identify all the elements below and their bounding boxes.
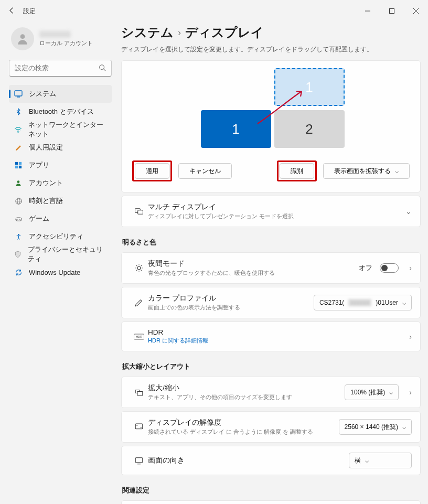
shield-icon	[14, 250, 22, 259]
wifi-icon	[14, 125, 22, 134]
game-icon	[14, 215, 23, 223]
row-title: カラー プロファイル	[148, 294, 314, 303]
section-scale: 拡大縮小とレイアウト	[122, 362, 420, 371]
sidebar-item-windows-update[interactable]: Windows Update	[9, 263, 112, 281]
svg-rect-10	[15, 166, 18, 168]
sidebar-item-apps[interactable]: アプリ	[9, 156, 112, 174]
multi-display-row[interactable]: マルチ ディスプレイ ディスプレイに対してプレゼンテーション モードを選択 ⌄	[122, 196, 420, 227]
sidebar-item-time-language[interactable]: 時刻と言語	[9, 192, 112, 210]
row-title: HDR	[148, 328, 406, 336]
sidebar-item-label: アクセシビリティ	[29, 232, 83, 241]
sidebar-item-label: ゲーム	[29, 214, 49, 223]
identify-button[interactable]: 識別	[280, 163, 314, 179]
breadcrumb-root[interactable]: システム	[121, 24, 174, 41]
hdr-row[interactable]: HDR HDR HDR に関する詳細情報 ›	[122, 322, 420, 351]
search-input[interactable]	[15, 65, 99, 72]
sidebar-item-accounts[interactable]: アカウント	[9, 174, 112, 192]
chevron-down-icon: ⌄	[402, 207, 412, 216]
resolution-row[interactable]: ディスプレイの解像度 接続されている ディスプレイ に 合うように 解像度 を …	[122, 412, 420, 442]
svg-point-18	[18, 233, 19, 235]
sidebar-item-label: アカウント	[29, 178, 63, 188]
svg-rect-20	[138, 210, 143, 215]
color-profile-row[interactable]: カラー プロファイル 画面上での色の表示方法を調整する CS2731(xxxxx…	[122, 287, 420, 318]
scale-select[interactable]: 100% (推奨)	[345, 384, 399, 400]
scale-row[interactable]: 拡大/縮小 テキスト、アプリ、その他の項目のサイズを変更します 100% (推奨…	[122, 377, 420, 408]
orientation-select[interactable]: 横	[349, 453, 412, 468]
chevron-right-icon: ›	[178, 27, 181, 38]
sidebar-item-accessibility[interactable]: アクセシビリティ	[9, 228, 112, 245]
row-title: 拡大/縮小	[148, 383, 345, 393]
svg-point-12	[17, 180, 20, 183]
display-description: ディスプレイを選択して設定を変更します。ディスプレイをドラッグして再配置します。	[121, 45, 421, 54]
sidebar-item-label: Windows Update	[29, 269, 80, 276]
orientation-icon	[130, 456, 148, 465]
row-subtitle: 画面上での色の表示方法を調整する	[148, 304, 314, 312]
svg-rect-25	[137, 392, 143, 396]
sidebar-item-personalization[interactable]: 個人用設定	[9, 138, 112, 156]
color-profile-icon	[130, 298, 148, 307]
chevron-right-icon: ›	[406, 388, 412, 396]
section-brightness: 明るさと色	[122, 238, 420, 247]
sidebar-item-label: アプリ	[29, 160, 49, 170]
svg-rect-9	[19, 162, 22, 165]
close-button[interactable]	[404, 3, 428, 19]
sidebar-item-privacy[interactable]: プライバシーとセキュリティ	[9, 245, 112, 263]
apply-button[interactable]: 適用	[135, 163, 169, 179]
monitor-1[interactable]: 1	[201, 110, 271, 148]
sidebar-item-label: 時刻と言語	[29, 196, 63, 206]
brush-icon	[14, 143, 23, 152]
resolution-select[interactable]: 2560 × 1440 (推奨)	[339, 419, 412, 435]
search-box[interactable]	[9, 60, 112, 77]
svg-rect-27	[135, 458, 143, 463]
apps-icon	[14, 161, 23, 169]
sidebar-item-label: プライバシーとセキュリティ	[28, 245, 106, 264]
sidebar-item-system[interactable]: システム	[9, 85, 112, 103]
breadcrumb-leaf: ディスプレイ	[185, 24, 264, 41]
resolution-icon	[130, 422, 148, 432]
advanced-display-row[interactable]: ディスプレイの詳細設定 ディスプレイ情報、リフレッシュ レート ›	[122, 501, 420, 504]
color-profile-select[interactable]: CS2731(xxxxxx)01User	[314, 295, 412, 310]
breadcrumb: システム › ディスプレイ	[121, 24, 421, 41]
display-arrangement[interactable]: 1 1 2	[177, 68, 366, 152]
svg-text:HDR: HDR	[136, 335, 142, 338]
svg-rect-11	[19, 166, 22, 168]
svg-rect-8	[15, 162, 18, 165]
svg-rect-5	[15, 91, 22, 96]
night-mode-row[interactable]: 夜間モード 青色の光をブロックするために、暖色を使用する オフ ›	[122, 253, 420, 283]
minimize-button[interactable]	[356, 3, 380, 19]
svg-line-4	[104, 69, 106, 71]
sidebar-item-gaming[interactable]: ゲーム	[9, 210, 112, 228]
sidebar-item-label: ネットワークとインターネット	[28, 120, 106, 139]
svg-rect-26	[135, 424, 143, 429]
row-title: マルチ ディスプレイ	[148, 202, 402, 212]
row-title: 夜間モード	[148, 259, 359, 269]
section-related: 関連設定	[122, 486, 420, 495]
scale-icon	[130, 388, 148, 397]
monitor-2[interactable]: 2	[274, 110, 345, 148]
row-subtitle: 接続されている ディスプレイ に 合うように 解像度 を 調整する	[148, 428, 339, 436]
avatar-icon	[11, 27, 34, 50]
sidebar-item-label: 個人用設定	[29, 143, 63, 152]
cancel-button[interactable]: キャンセル	[178, 163, 232, 179]
multi-display-icon	[130, 207, 148, 216]
system-icon	[14, 90, 23, 98]
extend-dropdown[interactable]: 表示画面を拡張する	[323, 163, 410, 179]
hdr-link[interactable]: HDR に関する詳細情報	[148, 337, 406, 345]
orientation-row[interactable]: 画面の向き 横	[122, 446, 420, 475]
sidebar-item-label: システム	[29, 89, 56, 99]
svg-point-17	[19, 219, 20, 220]
highlight-identify: 識別	[277, 160, 317, 181]
back-button[interactable]	[7, 6, 22, 16]
row-subtitle: 青色の光をブロックするために、暖色を使用する	[148, 269, 359, 277]
maximize-button[interactable]	[380, 3, 404, 19]
row-subtitle: ディスプレイに対してプレゼンテーション モードを選択	[148, 212, 402, 220]
svg-point-2	[20, 34, 25, 39]
chevron-right-icon: ›	[406, 333, 412, 341]
profile-block[interactable]: ローカル アカウント	[9, 22, 112, 60]
night-icon	[130, 263, 148, 273]
update-icon	[14, 268, 23, 276]
sidebar-item-network[interactable]: ネットワークとインターネット	[9, 121, 112, 138]
sidebar-item-bluetooth[interactable]: Bluetooth とデバイス	[9, 103, 112, 121]
night-toggle[interactable]	[380, 263, 399, 273]
globe-icon	[14, 197, 23, 205]
